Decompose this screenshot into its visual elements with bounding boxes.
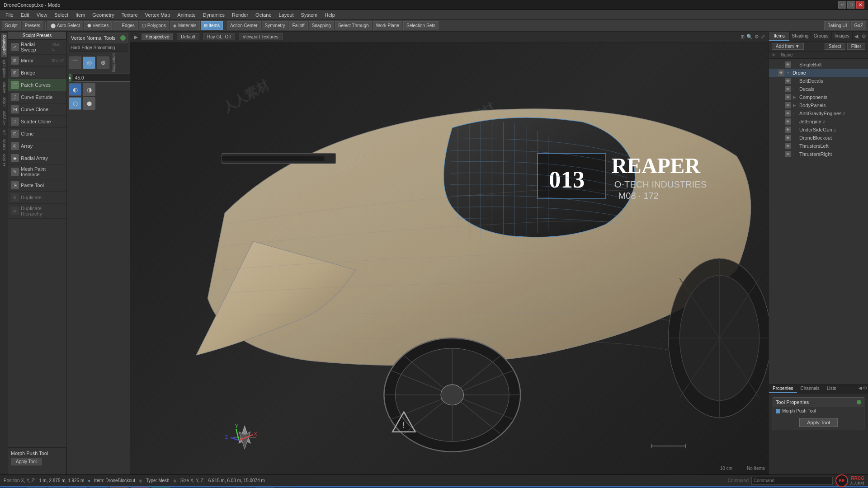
tool-icon-btn6[interactable]: ⬡ [69,97,81,110]
menu-view[interactable]: View [33,12,51,18]
props-expand[interactable]: ◀ [859,385,862,392]
tree-item-boltdecals[interactable]: 👁 · BoltDecals [769,77,868,85]
menu-animate[interactable]: Animate [174,12,199,18]
symmetry-btn[interactable]: Symmetry [262,21,288,30]
sculpt-presets-tab[interactable]: Sculpt Presets [8,32,66,39]
lists-tab[interactable]: Lists [823,385,840,393]
auto-select-btn[interactable]: ⬤ Auto Select [47,21,83,30]
action-center-btn[interactable]: Action Center [227,21,261,30]
vis-components[interactable]: 👁 [785,94,791,100]
items-tab[interactable]: Items [769,32,790,41]
tool-icon-btn3[interactable]: ⊛ [97,56,109,69]
menu-geometry[interactable]: Geometry [89,12,118,18]
vp-expand-icon[interactable]: ⤢ [761,34,765,40]
properties-tab[interactable]: Properties [769,385,797,393]
ray-gl-btn[interactable]: Ray GL: Off [203,33,235,40]
checkbox-morph[interactable] [776,409,780,413]
vert-tab-edge[interactable]: Edge [1,95,7,108]
apply-tool-bottom-btn[interactable]: Apply Tool [11,458,42,465]
vis-boltdecals[interactable]: 👁 [785,78,791,84]
menu-texture[interactable]: Texture [118,12,142,18]
shading-tab[interactable]: Shading [790,32,811,41]
minimize-btn[interactable]: ─ [838,1,846,9]
select-btn-tree[interactable]: Select [825,43,845,50]
close-btn[interactable]: ✕ [856,1,864,9]
tool-array[interactable]: ⊞ Array [8,140,66,152]
tree-item-thrustersright[interactable]: 👁 · ThrustersRight [769,150,868,158]
tool-radial-array[interactable]: ◉ Radial Array [8,152,66,164]
tree-item-antigravity[interactable]: 👁 · AntiGravityEngines 2 [769,109,868,117]
tool-icon-btn1[interactable]: ⌒ [69,56,81,69]
vis-thrustersright[interactable]: 👁 [785,151,791,157]
tree-item-decals[interactable]: 👁 · Decals [769,85,868,93]
tool-curve-clone[interactable]: ⋈ Curve Clone [8,103,66,116]
menu-edit[interactable]: Edit [17,12,33,18]
menu-system[interactable]: System [297,12,321,18]
vis-droneblockout[interactable]: 👁 [785,135,791,141]
vis-decals[interactable]: 👁 [785,86,791,92]
menu-file[interactable]: File [2,12,17,18]
menu-octane[interactable]: Octane [252,12,275,18]
tree-item-drone[interactable]: 👁 ▼ Drone [769,69,868,77]
expand-right-btn[interactable]: ◀ [853,32,860,41]
tool-duplicate[interactable]: ⊕ Duplicate [8,192,66,204]
maximize-btn[interactable]: □ [847,1,855,9]
viewport[interactable]: ▶ Perspective Default Ray GL: Off Viewpo… [130,32,769,474]
snapping-btn[interactable]: Snapping [309,21,334,30]
tool-bridge[interactable]: ⊞ Bridge [8,67,66,79]
vp-grid-icon[interactable]: ⊞ [741,34,745,40]
smoothing-value-input[interactable] [73,74,135,82]
tool-icon-btn4[interactable]: ◐ [69,83,81,96]
sculpt-btn[interactable]: Sculpt [2,21,21,30]
menu-item[interactable]: Item [72,12,89,18]
tree-item-droneblockout[interactable]: 👁 · DroneBlockout [769,134,868,142]
goz-btn[interactable]: GoZ [851,21,866,30]
props-settings[interactable]: ⚙ [863,385,867,392]
tree-item-components[interactable]: 👁 ▶ Components [769,93,868,101]
tool-mirror[interactable]: ⊟ Mirror Shift-V [8,55,66,67]
vert-tab-mesh-edit[interactable]: Mesh Edit [1,58,7,80]
presets-btn[interactable]: Presets [22,21,43,30]
select-through-btn[interactable]: Select Through [335,21,372,30]
tool-scatter-clone[interactable]: ⁙ Scatter Clone [8,116,66,128]
vis-undersidegun[interactable]: 👁 [785,127,791,133]
tool-mesh-paint[interactable]: ✎ Mesh Paint Instance [8,164,66,179]
vp-zoom-icon[interactable]: 🔍 [746,34,753,40]
tool-radial-sweep[interactable]: ⤢ Radial Sweep Shift-L [8,40,66,55]
vis-antigravity[interactable]: 👁 [785,110,791,117]
vis-bodypanels[interactable]: 👁 [785,102,791,108]
vert-tab-polygon[interactable]: Polygon [1,109,7,127]
perspective-btn[interactable]: Perspective [142,33,173,40]
tool-patch-curves[interactable]: ⌒ Patch Curves [8,79,66,91]
vis-singlebolt[interactable]: 👁 [785,61,791,68]
tool-paste[interactable]: ⎘ Paste Tool [8,179,66,192]
tree-item-undersidegun[interactable]: 👁 · UnderSideGun 2 [769,126,868,134]
vert-tab-fusion[interactable]: Fusion [1,152,7,168]
default-btn[interactable]: Default [177,33,199,40]
viewport-textures-btn[interactable]: Viewport Textures [239,33,283,40]
channels-tab[interactable]: Channels [797,385,823,393]
tool-icon-btn7[interactable]: ⬢ [83,97,95,110]
vis-jetengine[interactable]: 👁 [785,118,791,125]
vp-icon-left[interactable]: ▶ [134,34,138,40]
settings-right-btn[interactable]: ⚙ [860,32,868,41]
tool-clone[interactable]: ⊡ Clone [8,128,66,140]
groups-tab[interactable]: Groups [811,32,832,41]
vis-drone[interactable]: 👁 [778,70,784,76]
vp-settings-icon[interactable]: ⚙ [755,34,759,40]
images-tab[interactable]: Images [832,32,853,41]
vert-tab-uv[interactable]: UV [1,128,7,137]
edges-btn[interactable]: — Edges [113,21,137,30]
tool-icon-btn2[interactable]: ◎ [83,56,95,69]
baking-ui-btn[interactable]: Baking UI [824,21,850,30]
command-input[interactable] [751,477,833,485]
work-plane-btn[interactable]: Work Plane [373,21,403,30]
vis-thrustersleft[interactable]: 👁 [785,143,791,149]
tool-curve-extrude[interactable]: ⤴ Curve Extrude [8,91,66,103]
tree-item-jetengine[interactable]: 👁 · JetEngine 2 [769,117,868,126]
tool-options-close[interactable] [120,35,126,41]
add-item-btn[interactable]: Add Item ▼ [772,43,804,50]
selection-sets-btn[interactable]: Selection Sets [403,21,439,30]
vertices-btn[interactable]: ⬟ Vertices [84,21,112,30]
polygons-btn[interactable]: ⬡ Polygons [139,21,169,30]
